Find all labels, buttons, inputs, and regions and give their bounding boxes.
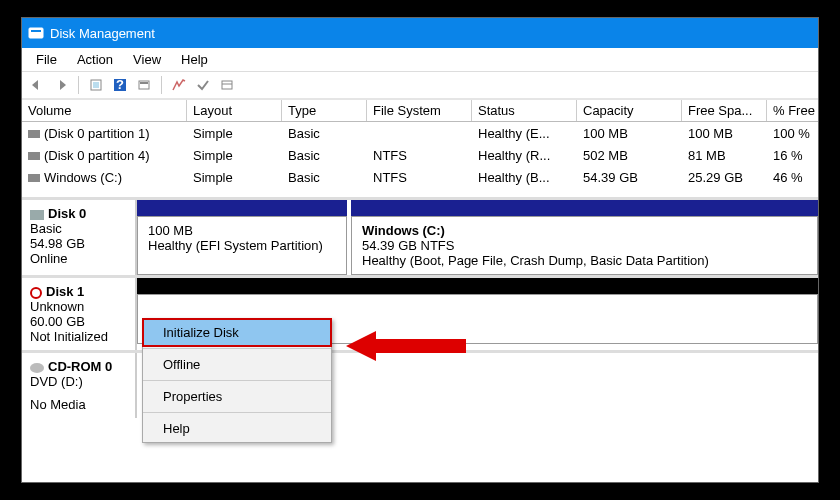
- disk-type: DVD (D:): [30, 374, 127, 389]
- context-menu: Initialize Disk Offline Properties Help: [142, 318, 332, 443]
- partition-stripe: [351, 200, 818, 216]
- svg-rect-3: [93, 82, 99, 88]
- menu-action[interactable]: Action: [67, 50, 123, 69]
- table-row[interactable]: (Disk 0 partition 1)SimpleBasicHealthy (…: [22, 122, 818, 144]
- col-capacity[interactable]: Capacity: [577, 100, 682, 121]
- disk-type: Basic: [30, 221, 127, 236]
- help-icon[interactable]: ?: [109, 75, 131, 95]
- window: Disk Management File Action View Help ? …: [21, 17, 819, 483]
- volume-list: (Disk 0 partition 1)SimpleBasicHealthy (…: [22, 122, 818, 188]
- window-title: Disk Management: [50, 26, 155, 41]
- partition-desc: Healthy (Boot, Page File, Crash Dump, Ba…: [362, 253, 807, 268]
- annotation-arrow-icon: [346, 331, 466, 361]
- disk-state: No Media: [30, 397, 127, 412]
- app-icon: [28, 25, 44, 41]
- partition-size: 100 MB: [148, 223, 336, 238]
- partition-desc: Healthy (EFI System Partition): [148, 238, 336, 253]
- menubar: File Action View Help: [22, 48, 818, 72]
- col-volume[interactable]: Volume: [22, 100, 187, 121]
- col-freespace[interactable]: Free Spa...: [682, 100, 767, 121]
- disk-row: Disk 0 Basic 54.98 GB Online 100 MB Heal…: [22, 200, 818, 278]
- menu-properties[interactable]: Properties: [143, 383, 331, 410]
- disk-size: 60.00 GB: [30, 314, 127, 329]
- disk-label-panel[interactable]: Disk 0 Basic 54.98 GB Online: [22, 200, 137, 275]
- settings-icon[interactable]: [133, 75, 155, 95]
- disk-state: Not Initialized: [30, 329, 127, 344]
- splitter[interactable]: [22, 188, 818, 200]
- svg-text:?: ?: [116, 78, 124, 92]
- svg-rect-8: [222, 81, 232, 89]
- check-icon[interactable]: [192, 75, 214, 95]
- disk-size: 54.98 GB: [30, 236, 127, 251]
- warning-icon: [30, 287, 42, 299]
- menu-file[interactable]: File: [26, 50, 67, 69]
- svg-rect-1: [31, 30, 41, 32]
- col-layout[interactable]: Layout: [187, 100, 282, 121]
- toolbar: ?: [22, 72, 818, 100]
- partition-stripe-unallocated: [137, 278, 818, 294]
- disk-state: Online: [30, 251, 127, 266]
- menu-initialize-disk[interactable]: Initialize Disk: [143, 319, 331, 346]
- col-fs[interactable]: File System: [367, 100, 472, 121]
- action-icon[interactable]: [168, 75, 190, 95]
- svg-rect-0: [29, 28, 43, 38]
- disk-name: CD-ROM 0: [48, 359, 112, 374]
- disk-name: Disk 1: [46, 284, 84, 299]
- col-status[interactable]: Status: [472, 100, 577, 121]
- menu-divider: [143, 348, 331, 349]
- svg-rect-7: [140, 82, 148, 84]
- menu-offline[interactable]: Offline: [143, 351, 331, 378]
- separator: [78, 76, 79, 94]
- partition-box[interactable]: Windows (C:) 54.39 GB NTFS Healthy (Boot…: [351, 216, 818, 275]
- back-icon[interactable]: [26, 75, 48, 95]
- menu-view[interactable]: View: [123, 50, 171, 69]
- disk-label-panel[interactable]: CD-ROM 0 DVD (D:) No Media: [22, 353, 137, 418]
- menu-divider: [143, 412, 331, 413]
- disk-label-panel[interactable]: Disk 1 Unknown 60.00 GB Not Initialized: [22, 278, 137, 350]
- list-icon[interactable]: [216, 75, 238, 95]
- refresh-icon[interactable]: [85, 75, 107, 95]
- table-header: Volume Layout Type File System Status Ca…: [22, 100, 818, 122]
- partition-size: 54.39 GB NTFS: [362, 238, 807, 253]
- disk-icon: [30, 210, 44, 220]
- menu-help[interactable]: Help: [171, 50, 218, 69]
- cdrom-icon: [30, 363, 44, 373]
- separator: [161, 76, 162, 94]
- disk-type: Unknown: [30, 299, 127, 314]
- menu-help[interactable]: Help: [143, 415, 331, 442]
- table-row[interactable]: (Disk 0 partition 4)SimpleBasicNTFSHealt…: [22, 144, 818, 166]
- col-pctfree[interactable]: % Free: [767, 100, 819, 121]
- forward-icon[interactable]: [50, 75, 72, 95]
- menu-divider: [143, 380, 331, 381]
- partition-box[interactable]: 100 MB Healthy (EFI System Partition): [137, 216, 347, 275]
- disk-name: Disk 0: [48, 206, 86, 221]
- table-row[interactable]: Windows (C:)SimpleBasicNTFSHealthy (B...…: [22, 166, 818, 188]
- partition-stripe: [137, 200, 347, 216]
- titlebar[interactable]: Disk Management: [22, 18, 818, 48]
- partition-name: Windows (C:): [362, 223, 445, 238]
- col-type[interactable]: Type: [282, 100, 367, 121]
